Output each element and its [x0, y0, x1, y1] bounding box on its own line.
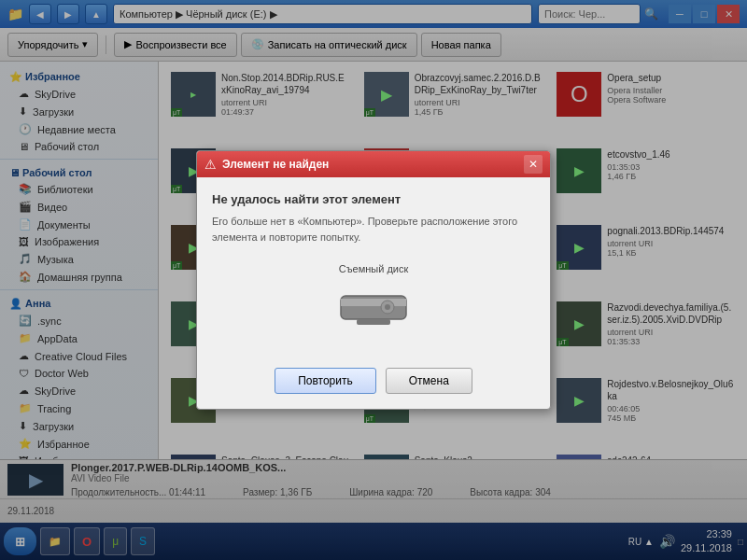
- modal-drive-label: Съемный диск: [212, 263, 535, 274]
- modal-title-text: Элемент не найден: [222, 158, 329, 171]
- svg-point-4: [385, 304, 390, 310]
- modal-close-button[interactable]: ✕: [524, 155, 543, 174]
- modal-title-left: ⚠ Элемент не найден: [204, 157, 329, 172]
- modal-body: Не удалось найти этот элемент Его больше…: [197, 177, 550, 358]
- modal-cancel-button[interactable]: Отмена: [386, 368, 472, 394]
- modal-warning-icon: ⚠: [204, 157, 217, 172]
- modal-dialog: ⚠ Элемент не найден ✕ Не удалось найти э…: [196, 150, 551, 410]
- drive-svg: [336, 282, 411, 329]
- modal-content: Не удалось найти этот элемент Его больше…: [212, 192, 535, 343]
- modal-main-text: Не удалось найти этот элемент: [212, 192, 535, 206]
- svg-rect-1: [341, 299, 406, 306]
- modal-retry-button[interactable]: Повторить: [275, 368, 376, 394]
- modal-title-bar: ⚠ Элемент не найден ✕: [197, 151, 550, 177]
- modal-overlay: ⚠ Элемент не найден ✕ Не удалось найти э…: [0, 0, 747, 560]
- modal-drive-section: Съемный диск: [212, 256, 535, 343]
- modal-drive-icon: [212, 282, 535, 329]
- svg-rect-2: [357, 319, 390, 325]
- modal-sub-text: Его больше нет в «Компьютер». Проверьте …: [212, 214, 535, 245]
- modal-buttons: Повторить Отмена: [197, 358, 550, 409]
